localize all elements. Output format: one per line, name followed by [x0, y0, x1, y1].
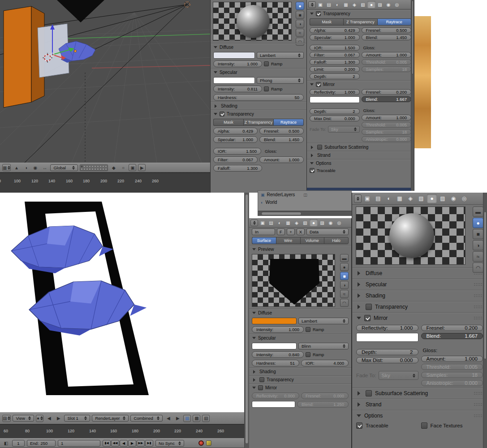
fade-to-dropdown[interactable]: Sky	[328, 126, 360, 133]
specular-ior-field[interactable]: IOR:4.000	[301, 360, 349, 366]
material-tab-icon[interactable]: ●	[310, 219, 318, 226]
unlink-material-button[interactable]: X	[297, 228, 305, 235]
panel-grip-icon[interactable]	[474, 316, 483, 320]
frame-end-field[interactable]: End:250	[27, 440, 56, 447]
reflectivity-slider[interactable]: Reflectivity:1.000	[356, 325, 418, 331]
fresnel-slider[interactable]: Fresnel:0.500	[362, 27, 412, 33]
timeline-ruler-bottom[interactable]: 60 80 100 120 140 160 180 200 220 240 26…	[0, 424, 244, 438]
mirror-blend-slider[interactable]: Blend:1.667	[362, 96, 412, 102]
particles-tab-icon[interactable]: ◉	[384, 1, 392, 8]
panel-header-sss[interactable]: Subsurface Scattering	[307, 143, 414, 151]
object-tab-icon[interactable]: ▦	[342, 1, 350, 8]
mirror-depth-field[interactable]: Depth:2	[356, 349, 418, 355]
panel-header-mirror[interactable]: Mirror	[249, 383, 351, 392]
panel-header-specular[interactable]: Specular	[249, 334, 351, 342]
preview-cube-button[interactable]: ■	[473, 229, 483, 239]
blend-slider[interactable]: Blend:1.450	[362, 34, 412, 40]
max-dist-field[interactable]: Max Dist:0.000	[310, 116, 360, 121]
panel-header-diffuse[interactable]: Diffuse	[211, 43, 306, 51]
mirror-color-swatch[interactable]	[356, 333, 418, 342]
preview-monkey-button[interactable]: ◑	[296, 20, 304, 28]
mirror-fresnel-slider[interactable]: Fresnel:0.200	[421, 325, 483, 331]
filter-slider[interactable]: Filter:0.067	[310, 52, 360, 58]
scrollbar-vertical[interactable]	[483, 193, 487, 448]
link-dropdown[interactable]: Data	[306, 228, 349, 235]
panel-header-transparency[interactable]: Transparency	[249, 375, 351, 383]
material-tab-icon[interactable]: ●	[367, 1, 375, 8]
fade-to-dropdown[interactable]: Sky	[379, 371, 418, 380]
alpha-slider[interactable]: Alpha:0.429	[310, 27, 360, 33]
anisotropic-slider[interactable]: Anisotropic:0.000	[362, 136, 412, 142]
falloff-slider[interactable]: Falloff:1.300	[213, 165, 262, 172]
panel-header-transparency[interactable]: Transparency	[211, 110, 306, 118]
preview-cube-button[interactable]: ■	[296, 11, 304, 19]
panel-header-diffuse[interactable]: Diffuse	[352, 267, 487, 279]
outliner-row-renderlayers[interactable]: ▣ RenderLayers ◫	[258, 191, 351, 198]
mirror-fresnel-slider[interactable]: Fresnel:0.000	[301, 392, 349, 399]
specular-alpha-slider[interactable]: Specular:1.000	[310, 34, 360, 40]
mirror-enable-checkbox[interactable]	[364, 315, 371, 321]
manipulator-icon[interactable]: ↔	[41, 164, 48, 171]
modifiers-tab-icon[interactable]: ▧	[301, 219, 309, 226]
blend-slider[interactable]: Blend:1.450	[259, 136, 304, 143]
slot-dropdown[interactable]: Slot 1	[64, 415, 90, 422]
sss-enable-checkbox[interactable]	[366, 390, 372, 396]
orientation-dropdown[interactable]: Global	[50, 164, 78, 171]
preview-hair-button[interactable]: ≈	[340, 290, 349, 298]
panel-header-strand[interactable]: Strand	[352, 399, 487, 410]
scrollbar-thumb[interactable]	[412, 0, 414, 74]
viewport-shading-icon[interactable]: ◑	[22, 164, 30, 171]
mode-ztransparency-button[interactable]: Z Transparency	[343, 18, 377, 26]
proportional-edit-icon[interactable]: ○	[119, 164, 127, 171]
material-tab-icon[interactable]: ●	[427, 194, 437, 203]
scrollbar-thumb[interactable]	[484, 211, 487, 359]
panel-grip-icon[interactable]	[474, 403, 483, 406]
mode-raytrace-button[interactable]: Raytrace	[273, 119, 304, 126]
constraints-tab-icon[interactable]: ◈	[293, 219, 301, 226]
scrollbar-vertical[interactable]	[411, 0, 414, 191]
falloff-slider[interactable]: Falloff:1.300	[310, 59, 360, 65]
mirror-samples-field[interactable]: Samples:18	[421, 372, 483, 378]
limit-slider[interactable]: Limit:0.200	[310, 66, 360, 72]
panel-header-strand[interactable]: Strand	[307, 151, 414, 159]
timeline-ruler-top[interactable]: 80 100 120 140 160 180 200 220 240 260	[0, 172, 210, 193]
physics-tab-icon[interactable]: ◎	[459, 194, 469, 203]
jump-to-end-button[interactable]: ▶▮	[145, 440, 153, 447]
preview-flat-button[interactable]: ▬	[473, 207, 483, 217]
play-reverse-button[interactable]: ◀	[120, 440, 128, 447]
specular-shader-dropdown[interactable]: Blinn	[298, 343, 349, 349]
view-menu[interactable]: View	[13, 415, 34, 422]
mirror-samples-field[interactable]: Samples:18	[362, 129, 412, 135]
constraints-tab-icon[interactable]: ◈	[350, 1, 358, 8]
snap-icon[interactable]: ◆	[110, 164, 117, 171]
renderpass-dropdown[interactable]: Combined	[130, 415, 163, 422]
anisotropic-slider[interactable]: Anisotropic:0.000	[421, 380, 483, 386]
panel-header-mirror[interactable]: Mirror	[352, 312, 487, 323]
world-tab-icon[interactable]: ◐	[333, 1, 341, 8]
filter-slider[interactable]: Filter:0.067	[213, 156, 258, 163]
panel-grip-icon[interactable]	[474, 305, 483, 309]
panel-grip-icon[interactable]	[474, 392, 483, 395]
layers-widget[interactable]	[80, 164, 108, 171]
modifiers-tab-icon[interactable]: ▧	[416, 194, 426, 203]
panel-header-options[interactable]: Options	[352, 410, 487, 421]
panel-header-options[interactable]: Options	[307, 159, 414, 167]
scrollbar-thumb[interactable]	[245, 194, 249, 444]
modifiers-tab-icon[interactable]: ▧	[359, 1, 367, 8]
diffuse-ramp-checkbox[interactable]: Ramp	[306, 327, 349, 332]
mirror-gloss-amount-slider[interactable]: Amount:1.000	[362, 115, 412, 121]
mirror-enable-checkbox[interactable]	[258, 385, 263, 390]
panel-grip-icon[interactable]	[474, 414, 483, 418]
keying-set-icon[interactable]	[206, 440, 211, 446]
next-pass-button[interactable]: ▶	[174, 415, 181, 422]
mode-ztransparency-button[interactable]: Z Transparency	[243, 119, 273, 126]
next-slot-button[interactable]: ▶	[55, 415, 62, 422]
mode-raytrace-button[interactable]: Raytrace	[377, 18, 411, 26]
editor-type-button[interactable]: ▦	[2, 164, 11, 171]
depth-field[interactable]: Depth:2	[310, 73, 360, 79]
specular-shader-dropdown[interactable]: Phong	[257, 77, 304, 84]
scene-tab-icon[interactable]: ▤	[325, 1, 333, 8]
reflectivity-slider[interactable]: Reflectivity:1.000	[310, 89, 360, 95]
scene-tab-icon[interactable]: ▤	[267, 219, 275, 226]
render-opengl-anim-icon[interactable]: ▶	[138, 164, 146, 171]
